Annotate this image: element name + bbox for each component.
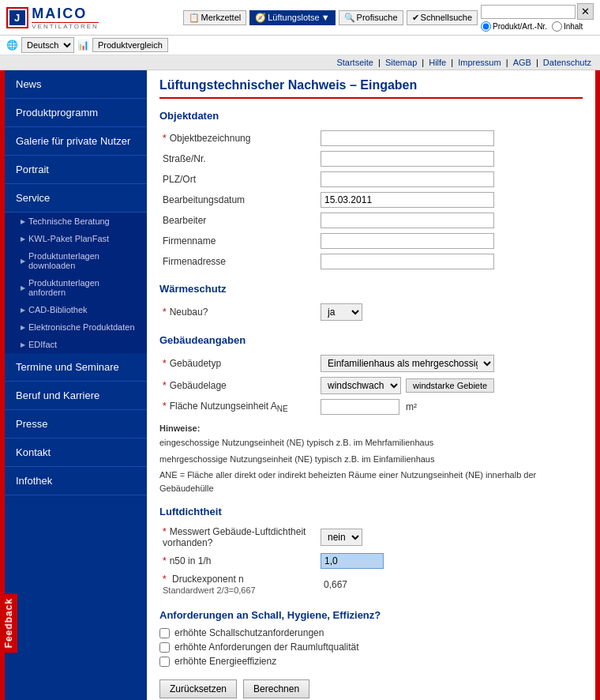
required-marker: * (163, 526, 167, 537)
check-icon: ✔ (412, 13, 419, 23)
sidebar-item-presse[interactable]: Presse (5, 410, 147, 438)
second-row: 🌐 Deutsch 📊 Produktvergleich (0, 36, 600, 55)
sidebar-sub-anfordern[interactable]: Produktunterlagen anfordern (5, 274, 147, 301)
bearbeitungsdatum-input[interactable] (321, 192, 494, 208)
merkzettel-button[interactable]: 📋 Merkzettel (183, 10, 247, 25)
plz-ort-input[interactable] (321, 171, 494, 187)
table-row: Firmenname (159, 231, 583, 251)
schnellsuche-button[interactable]: ✔ Schnellsuche (407, 10, 478, 25)
radio-content[interactable] (552, 21, 562, 32)
search-input[interactable] (481, 5, 576, 19)
table-row: PLZ/Ort (159, 169, 583, 190)
sidebar-sub-cad[interactable]: CAD-Bibliothek (5, 301, 147, 318)
sidebar-item-galerie[interactable]: Galerie für private Nutzer (5, 127, 147, 156)
checkbox-raumluft[interactable] (159, 642, 170, 653)
luftdichtheit-table: *Messwert Gebäude-Luftdichtheit vorhande… (159, 524, 583, 598)
table-row: *n50 in 1/h (159, 551, 583, 571)
table-row: Straße/Nr. (159, 149, 583, 169)
sidebar: News Produktprogramm Galerie für private… (5, 70, 147, 700)
flaeche-input[interactable] (321, 399, 399, 415)
radio-product[interactable] (481, 21, 491, 32)
top-nav: 📋 Merkzettel 🧭 Lüftungslotse ▼ 🔍 Profisu… (183, 3, 594, 32)
table-row: *Gebäudetyp Einfamilienhaus als mehrgesc… (159, 352, 583, 374)
required-marker: * (163, 401, 167, 412)
search-submit-button[interactable]: ✕ (577, 3, 594, 20)
checkbox-raumluft-label[interactable]: erhöhte Anforderungen der Raumluftqualit… (159, 642, 583, 653)
sidebar-item-beruf[interactable]: Beruf und Karriere (5, 382, 147, 410)
table-row: Bearbeiter (159, 210, 583, 231)
sidebar-sub-beratung[interactable]: Technische Beratung (5, 213, 147, 230)
strasse-input[interactable] (321, 151, 494, 167)
neubau-select[interactable]: ja nein (321, 303, 362, 321)
search-options: Produkt/Art.-Nr. Inhalt (481, 21, 583, 32)
section-waermeschutz: Wärmeschutz (159, 283, 583, 295)
messwert-select[interactable]: nein ja (321, 529, 362, 546)
luftungslotse-button[interactable]: 🧭 Lüftungslotse ▼ (249, 10, 335, 25)
table-row: Firmenadresse (159, 251, 583, 272)
breadcrumb-startseite[interactable]: Startseite (336, 58, 373, 67)
logo-maico-ventilatoren: MAICO VENTILATOREN (32, 6, 99, 30)
n50-input[interactable] (321, 553, 384, 569)
header: J MAICO VENTILATOREN 📋 Merkzettel 🧭 Lüft… (0, 0, 600, 36)
sidebar-sub-kwl[interactable]: KWL-Paket PlanFast (5, 230, 147, 247)
table-row: *Fläche Nutzungseinheit ANE m² (159, 397, 583, 417)
gebaeudelage-select[interactable]: windschwach windstark (321, 377, 401, 394)
anforderungen-block: erhöhte Schallschutzanforderungen erhöht… (159, 627, 583, 667)
breadcrumb-agb[interactable]: AGB (513, 58, 531, 67)
logo-maico-text: MAICO (32, 6, 99, 22)
reset-button[interactable]: Zurücksetzen (159, 679, 237, 698)
breadcrumb-datenschutz[interactable]: Datenschutz (543, 58, 591, 67)
table-row: *Gebäudelage windschwach windstark winds… (159, 374, 583, 397)
compare-icon: 📊 (77, 40, 89, 51)
sidebar-item-infothek[interactable]: Infothek (5, 467, 147, 495)
checkbox-energie-label[interactable]: erhöhte Energieeffizienz (159, 656, 583, 667)
firmenadresse-input[interactable] (321, 254, 494, 269)
sidebar-item-produktprogramm[interactable]: Produktprogramm (5, 99, 147, 127)
sidebar-item-kontakt[interactable]: Kontakt (5, 438, 147, 467)
sidebar-sub-edifact[interactable]: EDIfact (5, 336, 147, 353)
m2-unit: m² (406, 401, 417, 412)
feedback-tab[interactable]: Feedback (0, 593, 17, 653)
sidebar-item-news[interactable]: News (5, 70, 147, 99)
required-marker: * (163, 307, 167, 318)
table-row: *Objektbezeichnung (159, 128, 583, 149)
compass-icon: 🧭 (255, 13, 266, 23)
breadcrumb-impressum[interactable]: Impressum (458, 58, 501, 67)
language-select[interactable]: Deutsch (21, 37, 74, 53)
hinweise-block: Hinweise: eingeschossige Nutzungseinheit… (159, 423, 583, 495)
bearbeiter-input[interactable] (321, 213, 494, 228)
radio-content-label[interactable]: Inhalt (552, 21, 583, 32)
breadcrumb-sitemap[interactable]: Sitemap (385, 58, 417, 67)
section-anforderungen: Anforderungen an Schall, Hygiene, Effizi… (159, 609, 583, 621)
bookmark-icon: 📋 (189, 13, 200, 23)
breadcrumb-hilfe[interactable]: Hilfe (429, 58, 446, 67)
breadcrumb-bar: Startseite | Sitemap | Hilfe | Impressum… (0, 55, 600, 70)
gebaeudetype-select[interactable]: Einfamilienhaus als mehrgeschossige Nutz… (321, 355, 494, 372)
sidebar-sub-download[interactable]: Produktunterlagen downloaden (5, 247, 147, 274)
sidebar-item-service[interactable]: Service (5, 184, 147, 213)
sidebar-sub-elektronisch[interactable]: Elektronische Produktdaten (5, 318, 147, 336)
sidebar-item-portrait[interactable]: Portrait (5, 156, 147, 184)
firmenname-input[interactable] (321, 233, 494, 249)
hinweise-line-2: mehrgeschossige Nutzungseinheit (NE) typ… (159, 453, 583, 466)
red-border-right (595, 70, 600, 700)
calculate-button[interactable]: Berechnen (243, 679, 309, 698)
checkbox-schall-label[interactable]: erhöhte Schallschutzanforderungen (159, 627, 583, 638)
required-marker: * (163, 358, 167, 369)
druckexp-value: 0,667 (321, 578, 351, 592)
logo-area: J MAICO VENTILATOREN (6, 6, 99, 30)
radio-product-label[interactable]: Produkt/Art.-Nr. (481, 21, 547, 32)
profisuche-button[interactable]: 🔍 Profisuche (339, 10, 403, 25)
produktvergleich-button[interactable]: Produktvergleich (92, 38, 168, 52)
objektbezeichnung-input[interactable] (321, 130, 494, 146)
table-row: *Messwert Gebäude-Luftdichtheit vorhande… (159, 524, 583, 551)
checkbox-schall[interactable] (159, 628, 170, 638)
section-objektdaten: Objektdaten (159, 110, 583, 122)
objektdaten-table: *Objektbezeichnung Straße/Nr. PLZ/Ort Be… (159, 128, 583, 272)
main-content: Lüftungstechnischer Nachweis – Eingaben … (147, 70, 595, 700)
checkbox-energie[interactable] (159, 657, 170, 667)
sidebar-item-termine[interactable]: Termine und Seminare (5, 353, 147, 382)
windstark-button[interactable]: windstarke Gebiete (406, 378, 494, 393)
logo-j: J (9, 10, 25, 25)
hinweise-line-3: ANE = Fläche aller direkt oder indirekt … (159, 469, 583, 495)
